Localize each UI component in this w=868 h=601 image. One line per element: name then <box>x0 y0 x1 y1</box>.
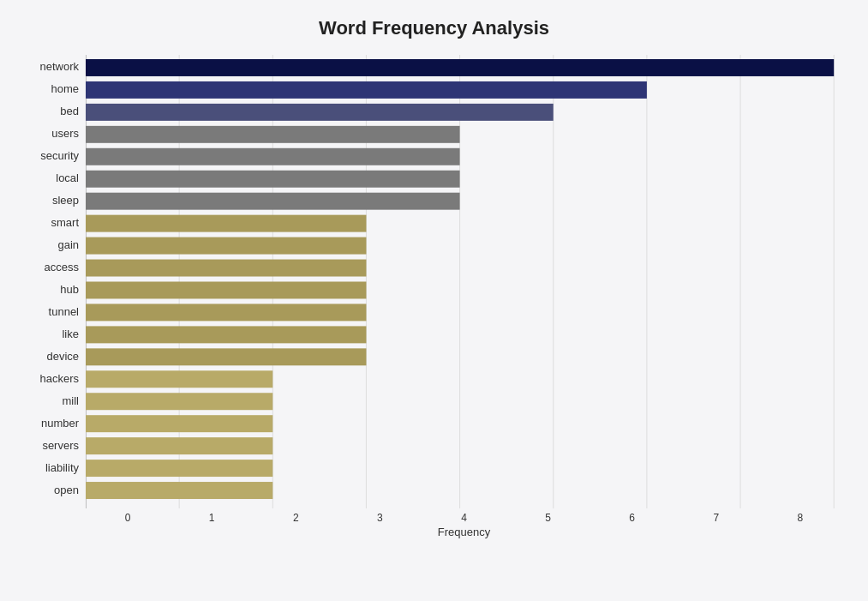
bar-sleep <box>86 193 460 210</box>
bar-number <box>86 415 272 432</box>
y-label-bed: bed <box>26 99 86 122</box>
bar-users <box>86 126 460 143</box>
x-tick-5: 5 <box>506 512 590 524</box>
y-label-like: like <box>26 322 86 345</box>
x-tick-1: 1 <box>170 512 254 524</box>
y-label-open: open <box>26 478 86 501</box>
y-label-home: home <box>26 77 86 99</box>
bar-device <box>86 348 366 365</box>
bar-hackers <box>86 370 272 388</box>
bar-liability <box>86 460 272 477</box>
y-label-mill: mill <box>26 389 86 412</box>
y-label-users: users <box>26 122 86 144</box>
bar-bed <box>86 104 554 121</box>
x-tick-8: 8 <box>758 512 842 524</box>
bar-smart <box>86 215 366 232</box>
bar-mill <box>86 393 272 410</box>
x-tick-2: 2 <box>254 512 338 524</box>
bar-hub <box>86 282 366 299</box>
y-label-security: security <box>26 144 86 166</box>
x-tick-3: 3 <box>338 512 422 524</box>
bar-network <box>86 59 834 76</box>
bar-access <box>86 260 366 277</box>
y-labels: networkhomebeduserssecuritylocalsleepsma… <box>26 55 86 544</box>
chart-container: Word Frequency Analysis networkhomebedus… <box>0 0 868 601</box>
chart-title: Word Frequency Analysis <box>26 17 842 39</box>
y-label-smart: smart <box>26 211 86 233</box>
bar-local <box>86 171 460 188</box>
y-label-sleep: sleep <box>26 189 86 211</box>
y-label-gain: gain <box>26 233 86 255</box>
y-label-access: access <box>26 255 86 278</box>
x-tick-0: 0 <box>86 512 170 524</box>
bars-chart <box>86 55 842 508</box>
bar-security <box>86 148 460 165</box>
y-label-hub: hub <box>26 278 86 300</box>
plot-area: 012345678 Frequency <box>86 55 842 544</box>
bar-like <box>86 326 366 343</box>
bars-section <box>86 55 842 508</box>
y-label-hackers: hackers <box>26 367 86 389</box>
bar-gain <box>86 237 366 255</box>
x-tick-6: 6 <box>590 512 674 524</box>
y-label-liability: liability <box>26 456 86 478</box>
bar-servers <box>86 437 272 454</box>
x-axis-title: Frequency <box>86 526 842 538</box>
x-tick-7: 7 <box>674 512 758 524</box>
y-label-device: device <box>26 345 86 367</box>
y-label-tunnel: tunnel <box>26 300 86 322</box>
y-label-local: local <box>26 166 86 189</box>
bar-tunnel <box>86 304 366 321</box>
x-axis: 012345678 Frequency <box>86 508 842 544</box>
y-label-servers: servers <box>26 434 86 456</box>
x-tick-4: 4 <box>422 512 506 524</box>
bar-open <box>86 482 272 499</box>
y-label-number: number <box>26 412 86 434</box>
bar-home <box>86 81 647 99</box>
y-label-network: network <box>26 55 86 77</box>
